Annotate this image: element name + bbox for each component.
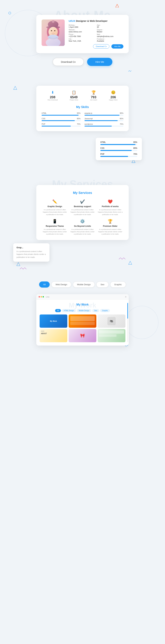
- heart-icon: ❤️: [108, 199, 113, 204]
- wf-html-button[interactable]: HTML Design: [62, 309, 76, 312]
- svg-point-9: [54, 30, 55, 31]
- work-item-6[interactable]: [98, 329, 125, 342]
- stats-row: ⬇ 208 Files Download 📋 6549 Project Done…: [42, 90, 123, 101]
- work-item-5[interactable]: 🎀: [69, 329, 96, 342]
- service-bootstrap: ✔️ Bootstrap support In a professional c…: [70, 199, 95, 216]
- skill-php: PHP75%: [42, 123, 81, 126]
- svg-point-10: [53, 32, 53, 33]
- award-icon: 🏆: [91, 90, 96, 95]
- service-portfolio: ❤️ Portfolio of works In a professional …: [98, 199, 123, 216]
- work-item-4[interactable]: 2020 ABOUT: [40, 329, 67, 342]
- work-title: My Work: [40, 303, 125, 306]
- work-grid: My Work 🛍: [40, 314, 125, 342]
- skills-grid: HTML95% angular.js90% CSS85% Javascript8…: [42, 112, 123, 126]
- browser-dot-red: [39, 296, 40, 298]
- services-grid: ✏️ Graphic Design In a professional cont…: [42, 199, 123, 235]
- service-slider: 🏆 Premium Slider In a professional conte…: [98, 219, 123, 235]
- skills-float-card: HTML95% CSS85% PHP75%: [96, 138, 142, 160]
- work-item-2[interactable]: [69, 314, 96, 328]
- skills-title: My Skills: [42, 106, 123, 109]
- service-tooltip: Grap... In a professional context it oft…: [13, 243, 49, 262]
- hire-me-small-button[interactable]: Hire Me: [111, 44, 123, 48]
- browser-dot-green: [43, 296, 44, 298]
- work-browser: Lina ≡ My Work My Work All HTML Design M…: [36, 294, 129, 346]
- tooltip-title: Grap...: [16, 246, 46, 249]
- scrollbar-thumb: [127, 303, 128, 318]
- filter-mobile-button[interactable]: Mobile Design: [73, 282, 95, 288]
- pencil-icon: ✏️: [52, 199, 57, 204]
- wf-seo-button[interactable]: Seo: [92, 309, 99, 312]
- filter-webdesign-button[interactable]: Web Design: [51, 282, 71, 288]
- browser-toolbar: Lina ≡: [36, 294, 129, 300]
- skill-angular: angular.js90%: [84, 112, 123, 116]
- filter-seo-button[interactable]: Seo: [96, 282, 108, 288]
- wf-graphic-button[interactable]: Graphic: [100, 309, 110, 312]
- filter-graphic-button[interactable]: Graphic: [110, 282, 126, 288]
- service-graphic-design: ✏️ Graphic Design In a professional cont…: [42, 199, 67, 216]
- stat-get-award: 🏆 793 Get Award: [90, 90, 97, 101]
- trophy-icon: 🏆: [108, 219, 113, 224]
- filter-all-button[interactable]: All: [39, 282, 50, 288]
- skill-javascript: Javascript85%: [84, 118, 123, 121]
- hire-me-large-button[interactable]: Hire Me: [87, 58, 112, 66]
- browser-label: Lina: [46, 296, 49, 298]
- project-icon: 📋: [72, 90, 76, 95]
- work-item-3[interactable]: 🛍: [98, 314, 125, 328]
- about-card: UI/UX Designer & Web Developer Birthday …: [36, 15, 129, 53]
- work-filter-row: All HTML Design Mobile Design Seo Graphi…: [40, 309, 125, 312]
- skill-html: HTML95%: [42, 112, 81, 116]
- skill-css: CSS85%: [42, 118, 81, 121]
- float-skill-php: PHP75%: [100, 153, 137, 157]
- browser-dot-yellow: [41, 296, 42, 298]
- float-skill-html: HTML95%: [100, 141, 137, 145]
- wf-mobile-button[interactable]: Mobile Design: [77, 309, 91, 312]
- float-skill-css: CSS85%: [100, 147, 137, 151]
- svg-point-8: [51, 30, 52, 31]
- about-info-grid: Birthday :1 April 1990 Age :30 Website :…: [69, 24, 123, 42]
- skill-wordpress: wordpress70%: [84, 123, 123, 126]
- stat-project-done: 📋 6549 Project Done: [70, 90, 78, 101]
- service-responsive: 📱 Responsive Theme In a professional con…: [42, 219, 67, 235]
- service-beyond: ⚙️ Go Beyond Limits In a professional co…: [70, 219, 95, 235]
- wf-all-button[interactable]: All: [55, 309, 61, 312]
- services-title: My Services: [42, 191, 123, 195]
- browser-menu-icon[interactable]: ≡: [125, 296, 126, 298]
- download-cv-large-button[interactable]: Download Cv: [53, 58, 84, 66]
- gear-icon: ⚙️: [80, 219, 85, 224]
- work-item-1[interactable]: My Work: [40, 314, 67, 328]
- browser-dots: [39, 296, 44, 298]
- stat-happy-client: 😊 206 Happy Client: [109, 90, 118, 101]
- work-scrollbar[interactable]: [127, 303, 128, 342]
- check-icon: ✔️: [80, 199, 85, 204]
- about-subtitle: UI/UX Designer & Web Developer: [69, 20, 123, 22]
- filter-buttons: All Web Design Mobile Design Seo Graphic: [39, 282, 126, 288]
- about-photo: [42, 20, 65, 46]
- services-card: My Services ✏️ Graphic Design In a profe…: [36, 185, 129, 240]
- svg-marker-16: [17, 262, 20, 266]
- about-subtitle-highlight: UI/UX: [69, 20, 75, 22]
- about-info: UI/UX Designer & Web Developer Birthday …: [69, 20, 123, 48]
- skills-card: ⬇ 208 Files Download 📋 6549 Project Done…: [36, 86, 129, 131]
- stat-files-download: ⬇ 208 Files Download: [47, 90, 58, 101]
- mobile-icon: 📱: [52, 219, 57, 224]
- happy-icon: 😊: [111, 90, 116, 95]
- download-cv-small-button[interactable]: Download Cv: [93, 44, 109, 48]
- svg-point-6: [52, 20, 54, 23]
- download-icon: ⬇: [51, 90, 54, 95]
- tooltip-desc: In a professional context it often happe…: [16, 250, 46, 259]
